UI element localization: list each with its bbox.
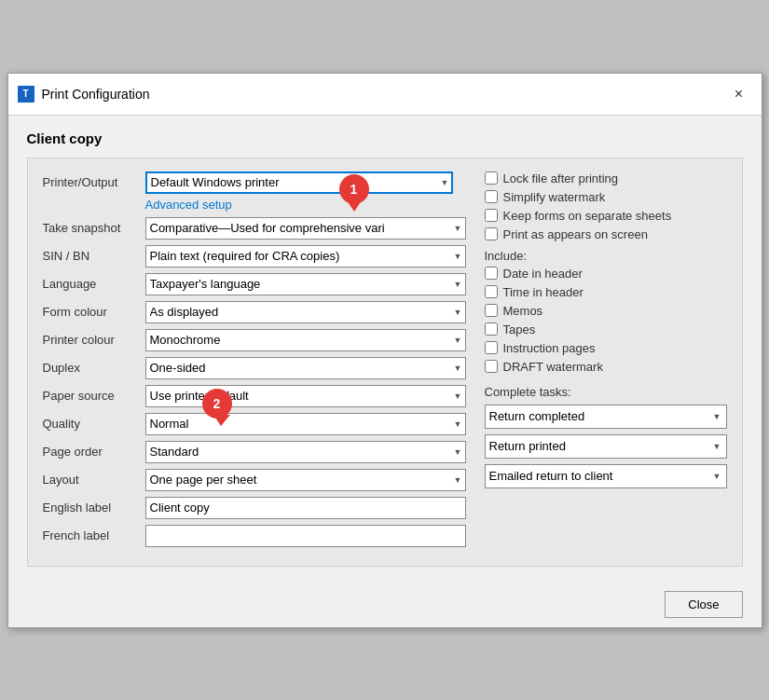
form-colour-label: Form colour (43, 305, 145, 319)
window-close-button[interactable]: × (726, 81, 752, 107)
return-printed-wrapper: Return printed (485, 434, 727, 459)
window-title: Print Configuration (42, 87, 150, 102)
date-header-checkbox[interactable] (485, 267, 498, 280)
duplex-select-wrapper: One-sided (145, 357, 466, 379)
sin-bn-select-wrapper: Plain text (required for CRA copies) (145, 245, 466, 268)
tapes-row: Tapes (485, 323, 727, 336)
time-header-checkbox[interactable] (485, 285, 498, 298)
printer-colour-row: Printer colour Monochrome (43, 329, 466, 351)
printer-output-row: Printer/Output Default Windows printer (43, 172, 466, 194)
print-as-appears-label: Print as appears on screen (503, 227, 648, 241)
memos-row: Memos (485, 304, 727, 318)
page-order-row: Page order Standard (43, 441, 466, 463)
quality-row: Quality Normal (43, 413, 466, 435)
include-checkboxes: Date in header Time in header Memos Tape… (485, 267, 727, 374)
language-row: Language Taxpayer's language (43, 273, 466, 295)
take-snapshot-row: Take snapshot Comparative—Used for compr… (43, 217, 466, 240)
form-colour-select-wrapper: As displayed (145, 301, 466, 323)
instruction-pages-row: Instruction pages (485, 341, 727, 355)
return-completed-wrapper: Return completed (485, 405, 727, 429)
print-as-appears-checkbox[interactable] (485, 227, 498, 240)
draft-watermark-row: DRAFT watermark (485, 360, 727, 374)
french-label-input[interactable] (145, 525, 466, 547)
form-colour-select[interactable]: As displayed (145, 301, 466, 323)
draft-watermark-label: DRAFT watermark (503, 360, 603, 374)
balloon-annotation-1: 1 (339, 174, 369, 204)
return-completed-select[interactable]: Return completed (485, 405, 727, 429)
duplex-label: Duplex (43, 361, 145, 375)
emailed-return-wrapper: Emailed return to client (485, 464, 727, 488)
complete-tasks-label: Complete tasks: (485, 385, 727, 399)
language-select[interactable]: Taxpayer's language (145, 273, 466, 295)
emailed-return-select[interactable]: Emailed return to client (485, 464, 727, 488)
page-order-select[interactable]: Standard (145, 441, 466, 463)
title-bar: T Print Configuration × (8, 74, 762, 116)
printer-output-label: Printer/Output (43, 175, 145, 189)
lock-file-checkbox[interactable] (485, 172, 498, 185)
simplify-watermark-row: Simplify watermark (485, 190, 727, 204)
printer-colour-select-wrapper: Monochrome (145, 329, 466, 351)
keep-forms-checkbox[interactable] (485, 209, 498, 222)
draft-watermark-checkbox[interactable] (485, 360, 498, 373)
layout-label: Layout (43, 473, 145, 487)
form-colour-row: Form colour As displayed (43, 301, 466, 323)
time-header-row: Time in header (485, 285, 727, 299)
duplex-select[interactable]: One-sided (145, 357, 466, 379)
printer-colour-select[interactable]: Monochrome (145, 329, 466, 351)
sin-bn-row: SIN / BN Plain text (required for CRA co… (43, 245, 466, 268)
simplify-watermark-label: Simplify watermark (503, 190, 606, 204)
return-printed-select[interactable]: Return printed (485, 434, 727, 459)
lock-file-label: Lock file after printing (503, 172, 619, 185)
take-snapshot-select-wrapper: Comparative—Used for comprehensive vari (145, 217, 466, 240)
quality-select-wrapper: Normal (145, 413, 466, 435)
simplify-watermark-checkbox[interactable] (485, 190, 498, 203)
memos-checkbox[interactable] (485, 304, 498, 317)
top-checkboxes: Lock file after printing Simplify waterm… (485, 172, 727, 241)
memos-label: Memos (503, 304, 543, 318)
keep-forms-row: Keep forms on separate sheets (485, 209, 727, 223)
layout-select[interactable]: One page per sheet (145, 469, 466, 491)
app-icon: T (18, 86, 34, 103)
layout-row: Layout One page per sheet (43, 469, 466, 491)
include-label: Include: (485, 249, 727, 263)
take-snapshot-select[interactable]: Comparative—Used for comprehensive vari (145, 217, 466, 240)
paper-source-label: Paper source (43, 389, 145, 403)
sin-bn-select[interactable]: Plain text (required for CRA copies) (145, 245, 466, 268)
quality-select[interactable]: Normal (145, 413, 466, 435)
advanced-setup-link[interactable]: Advanced setup (145, 198, 466, 212)
date-header-label: Date in header (503, 267, 583, 281)
lock-file-row: Lock file after printing (485, 172, 727, 185)
duplex-row: Duplex One-sided (43, 357, 466, 379)
date-header-row: Date in header (485, 267, 727, 281)
french-label-label: French label (43, 528, 145, 542)
balloon-annotation-2: 2 (202, 389, 232, 419)
quality-label: Quality (43, 417, 145, 431)
right-panel: Lock file after printing Simplify waterm… (485, 172, 727, 553)
instruction-pages-checkbox[interactable] (485, 341, 498, 354)
printer-output-select[interactable]: Default Windows printer (145, 172, 453, 194)
close-dialog-button[interactable]: Close (665, 591, 742, 618)
printer-output-select-wrapper: Default Windows printer (145, 172, 453, 194)
section-title: Client copy (27, 130, 743, 146)
page-order-label: Page order (43, 445, 145, 459)
main-panel: Printer/Output Default Windows printer A… (27, 158, 743, 567)
paper-source-select-wrapper: Use printer default (145, 385, 466, 407)
layout-select-wrapper: One page per sheet (145, 469, 466, 491)
language-select-wrapper: Taxpayer's language (145, 273, 466, 295)
left-panel: Printer/Output Default Windows printer A… (43, 172, 466, 553)
french-label-row: French label (43, 525, 466, 547)
printer-colour-label: Printer colour (43, 333, 145, 347)
paper-source-select[interactable]: Use printer default (145, 385, 466, 407)
instruction-pages-label: Instruction pages (503, 341, 596, 355)
print-as-appears-row: Print as appears on screen (485, 227, 727, 241)
take-snapshot-label: Take snapshot (43, 221, 145, 235)
tapes-label: Tapes (503, 323, 536, 336)
time-header-label: Time in header (503, 285, 584, 299)
form-rows: Take snapshot Comparative—Used for compr… (43, 217, 466, 547)
english-label-input[interactable] (145, 497, 466, 519)
english-label-label: English label (43, 501, 145, 515)
sin-bn-label: SIN / BN (43, 249, 145, 263)
tapes-checkbox[interactable] (485, 323, 498, 336)
english-label-row: English label (43, 497, 466, 519)
paper-source-row: Paper source Use printer default (43, 385, 466, 407)
